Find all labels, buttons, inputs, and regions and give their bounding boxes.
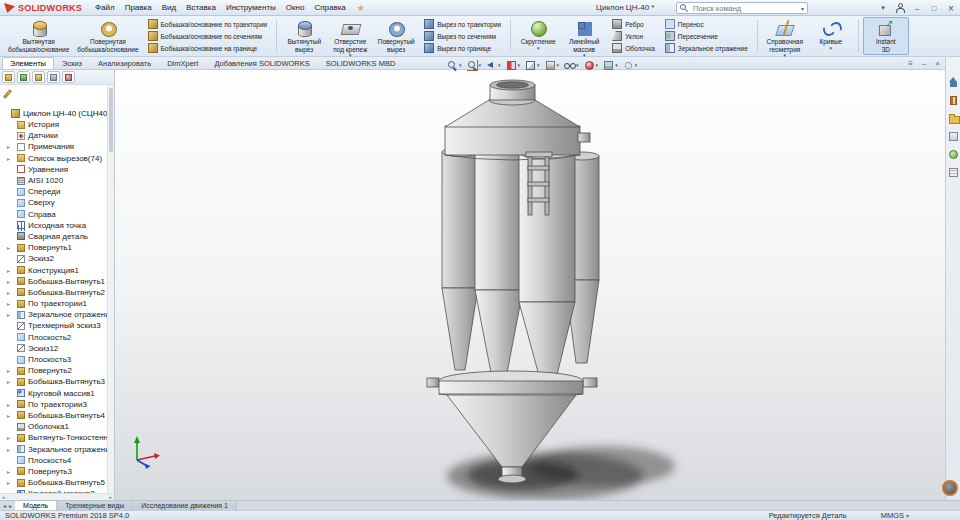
zoom-fit-button[interactable]: ▾ [445, 59, 464, 72]
ribbon-menu-item[interactable]: Вырез по траектории [422, 19, 503, 30]
user-button[interactable] [895, 3, 905, 13]
document-tab[interactable]: Трехмерные виды [57, 501, 133, 510]
custom-properties-icon[interactable] [948, 167, 959, 178]
expand-arrow-icon[interactable]: ▸ [7, 244, 10, 251]
edit-appearance-button[interactable]: ▾ [582, 59, 601, 72]
scrollbar-thumb[interactable] [109, 88, 113, 152]
revolved-boss-button[interactable]: Повернутая бобышка/основание [73, 17, 142, 55]
ribbon-menu-item[interactable]: Пересечение [663, 31, 750, 42]
tree-item[interactable]: ▸ Сверху [0, 197, 114, 208]
tree-item[interactable]: ▸ Примечания [0, 141, 114, 152]
favorites-star-icon[interactable]: ★ [357, 3, 365, 13]
extruded-boss-button[interactable]: Вытянутая бобышка/основание [4, 17, 73, 55]
expand-arrow-icon[interactable]: ▸ [7, 434, 10, 441]
tree-item[interactable]: ▸ Датчики [0, 130, 114, 141]
tree-item[interactable]: ▸ Трехмерный эскиз3 [0, 320, 114, 331]
tree-item[interactable]: ▸ Эскиз12 [0, 343, 114, 354]
unit-system-selector[interactable]: MMGS ▾ [881, 511, 909, 520]
expand-arrow-icon[interactable]: ▸ [7, 401, 10, 408]
appearances-icon[interactable] [948, 149, 959, 160]
ribbon-tab[interactable]: DimXpert [159, 57, 206, 69]
propertymanager-tab[interactable] [17, 71, 30, 83]
minimize-button[interactable] [912, 3, 922, 13]
tree-item[interactable]: ▸ История [0, 119, 114, 130]
search-input[interactable] [691, 3, 798, 14]
tree-item[interactable]: ▸ Повернуть2 [0, 365, 114, 376]
expand-arrow-icon[interactable]: ▸ [7, 446, 10, 453]
tree-item[interactable]: ▸ Повернуть1 [0, 242, 114, 253]
tree-item[interactable]: ▸ Плоскость4 [0, 455, 114, 466]
tree-item[interactable]: ▸ Зеркальное отражение2 [0, 443, 114, 454]
expand-pane-icon[interactable]: ≡ [908, 59, 913, 68]
file-explorer-icon[interactable] [948, 113, 959, 124]
tree-item[interactable]: ▸ Исходная точка [0, 220, 114, 231]
tree-item[interactable]: ▸ Бобышка-Вытянуть1 [0, 276, 114, 287]
tree-item[interactable]: ▸ Бобышка-Вытянуть2 [0, 287, 114, 298]
expand-arrow-icon[interactable]: ▸ [7, 267, 10, 274]
expand-arrow-icon[interactable]: ▸ [7, 412, 10, 419]
tree-item[interactable]: ▸ По траектории3 [0, 399, 114, 410]
command-search[interactable]: ▾ [676, 2, 808, 14]
tree-item[interactable]: ▸ Спереди [0, 186, 114, 197]
fillet-button[interactable]: Скругление ▾ [515, 17, 561, 55]
menu-item[interactable]: Файл [90, 1, 120, 14]
ribbon-menu-item[interactable]: Перенос [663, 19, 750, 30]
configurationmanager-tab[interactable] [32, 71, 45, 83]
ribbon-menu-item[interactable]: Вырез по сечениям [422, 31, 503, 42]
tree-item[interactable]: ▸ Бобышка-Вытянуть5 [0, 477, 114, 488]
expand-arrow-icon[interactable]: ▸ [7, 289, 10, 296]
expand-arrow-icon[interactable]: ▸ [7, 143, 10, 150]
menu-item[interactable]: Вставка [181, 1, 221, 14]
view-orientation-button[interactable]: ▾ [523, 59, 542, 72]
dimxpertmanager-tab[interactable] [47, 71, 60, 83]
ribbon-tab[interactable]: Анализировать [90, 57, 159, 69]
zoom-area-button[interactable]: ▾ [465, 59, 484, 72]
ribbon-tab[interactable]: Эскиз [54, 57, 90, 69]
design-library-icon[interactable] [948, 95, 959, 106]
menu-item[interactable]: Правка [120, 1, 157, 14]
tree-item[interactable]: ▸ Зеркальное отражение1 [0, 309, 114, 320]
minimize-pane-icon[interactable]: – [922, 59, 926, 68]
document-tab[interactable]: Модель [15, 501, 57, 510]
document-tab[interactable]: Исследование движения 1 [133, 501, 237, 510]
expand-arrow-icon[interactable]: ▸ [7, 468, 10, 475]
tab-scroll-left-icon[interactable]: ◂ [3, 502, 6, 509]
extruded-cut-button[interactable]: Вытянутый вырез [281, 17, 327, 55]
ribbon-menu-item[interactable]: Уклон [610, 31, 657, 42]
expand-arrow-icon[interactable]: ▸ [7, 300, 10, 307]
spin-control-button[interactable] [942, 480, 958, 496]
tree-item[interactable]: ▸ Конструкция1 [0, 264, 114, 275]
curves-button[interactable]: Кривые ▾ [808, 17, 854, 55]
ribbon-menu-item[interactable]: Вырез по границе [422, 43, 503, 54]
ribbon-menu-item[interactable]: Бобышка/основание по траектории [146, 19, 270, 30]
graphics-viewport[interactable] [115, 70, 945, 500]
view-palette-icon[interactable] [948, 131, 959, 142]
ribbon-menu-item[interactable]: Бобышка/основание по сечениям [146, 31, 270, 42]
maximize-button[interactable] [929, 3, 939, 13]
tree-item[interactable]: ▸ AISI 1020 [0, 175, 114, 186]
search-dropdown-icon[interactable]: ▾ [801, 5, 804, 12]
ribbon-tab[interactable]: Элементы [2, 57, 54, 69]
ribbon-menu-item[interactable]: Зеркальное отражение [663, 43, 750, 54]
menu-item[interactable]: Инструменты [221, 1, 281, 14]
tree-item[interactable]: ▸ Эскиз2 [0, 253, 114, 264]
expand-arrow-icon[interactable]: ▸ [7, 278, 10, 285]
tree-item[interactable]: ▸ По траектории1 [0, 298, 114, 309]
instant3d-toggle-button[interactable]: Instant 3D [863, 17, 909, 55]
close-button[interactable] [946, 3, 956, 13]
previous-view-button[interactable]: ▾ [484, 59, 503, 72]
tree-item[interactable]: ▸ Бобышка-Вытянуть4 [0, 410, 114, 421]
expand-arrow-icon[interactable]: ▸ [7, 311, 10, 318]
expand-arrow-icon[interactable]: ▸ [7, 378, 10, 385]
featuremanager-tab[interactable] [2, 71, 15, 83]
tree-item[interactable]: ▸ Уравнения [0, 164, 114, 175]
tree-vertical-scrollbar[interactable] [107, 85, 114, 493]
displaymanager-tab[interactable] [62, 71, 75, 83]
tree-item[interactable]: ▸ Список вырезов(74) [0, 153, 114, 164]
tree-item[interactable]: ▸ Плоскость2 [0, 332, 114, 343]
section-view-button[interactable]: ▾ [504, 59, 523, 72]
ribbon-tab[interactable]: Добавления SOLIDWORKS [206, 57, 317, 69]
tree-root-item[interactable]: Циклон ЦН-40 (СЦН40-0900х4<К [0, 107, 114, 119]
display-style-button[interactable]: ▾ [543, 59, 562, 72]
tree-horizontal-scrollbar[interactable]: ◂ ▸ [0, 493, 114, 500]
